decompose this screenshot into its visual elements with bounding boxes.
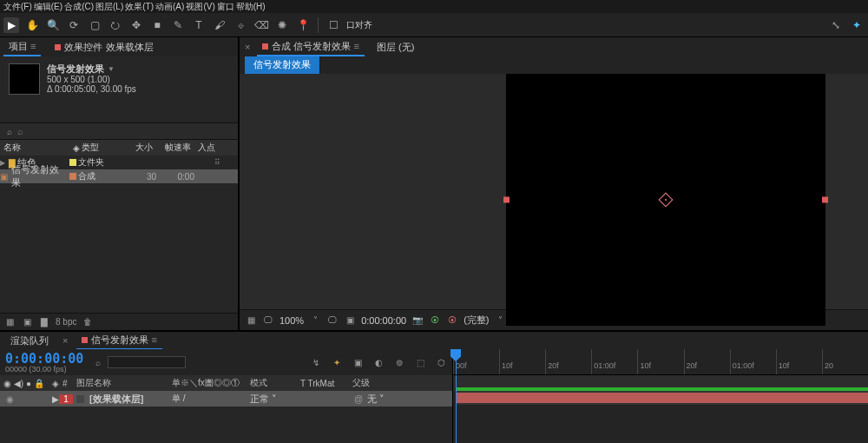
- layer-handle-right-icon[interactable]: [822, 197, 828, 203]
- layer-av[interactable]: 单 /: [168, 393, 247, 405]
- composition-viewer[interactable]: [240, 74, 868, 309]
- roto-tool-icon[interactable]: ✺: [274, 17, 290, 33]
- parent-col[interactable]: 父级: [349, 377, 401, 389]
- zoom-tool-icon[interactable]: 🔍: [45, 17, 61, 33]
- col-name[interactable]: 名称: [0, 142, 69, 154]
- viewer-quality[interactable]: (完整): [464, 314, 489, 327]
- search-help-icon[interactable]: ✦: [849, 17, 865, 33]
- new-folder-icon[interactable]: ▇: [38, 316, 50, 328]
- project-row-comp[interactable]: ▣ 信号发射效果 合成 30 0:00: [0, 169, 238, 183]
- hand-tool-icon[interactable]: ✋: [24, 17, 40, 33]
- roi-tool-icon[interactable]: ▢: [87, 17, 102, 33]
- anchor-tool-icon[interactable]: ✥: [128, 17, 144, 33]
- solo-icon[interactable]: [18, 393, 30, 405]
- project-search-input[interactable]: [16, 125, 234, 137]
- resolution-icon[interactable]: 🖵: [326, 314, 339, 327]
- snapshot-icon[interactable]: 📷: [411, 314, 424, 327]
- monitor-icon[interactable]: 🖵: [262, 314, 274, 327]
- frame-blend-icon[interactable]: ◐: [372, 356, 385, 368]
- tab-render-queue[interactable]: 渲染队列: [5, 333, 54, 349]
- project-bpc[interactable]: 8 bpc: [56, 317, 76, 327]
- mode-col[interactable]: 模式: [247, 377, 297, 389]
- expand-caret-icon[interactable]: ▶: [49, 394, 59, 404]
- menu-bar[interactable]: 文件(F) 编辑(E) 合成(C) 图层(L) 效果(T) 动画(A) 视图(V…: [0, 0, 868, 13]
- col-size[interactable]: 大小: [122, 142, 156, 154]
- mask-icon[interactable]: ⦿: [446, 314, 458, 327]
- grid-toggle-icon[interactable]: ▦: [245, 314, 257, 327]
- tab-timeline-comp[interactable]: 信号发射效果 ≡: [76, 332, 161, 350]
- eraser-tool-icon[interactable]: ⌫: [253, 17, 269, 33]
- rotate-tool-icon[interactable]: ⭮: [108, 17, 123, 33]
- lock-icon[interactable]: [33, 393, 45, 405]
- anchor-point-icon[interactable]: [661, 195, 671, 205]
- work-area-bar[interactable]: [457, 387, 868, 391]
- trash-icon[interactable]: 🗑: [82, 316, 94, 328]
- tab-layer-viewer[interactable]: 图层 (无): [372, 39, 419, 56]
- col-fps[interactable]: 帧速率: [156, 142, 194, 154]
- layer-bar[interactable]: [457, 393, 868, 403]
- graph-editor-icon[interactable]: ↯: [310, 356, 322, 368]
- layer-name[interactable]: [效果载体层]: [89, 393, 143, 406]
- eye-icon[interactable]: ◉: [3, 393, 16, 405]
- shy-icon[interactable]: ✦: [331, 356, 343, 368]
- col-in[interactable]: 入点: [194, 142, 220, 154]
- label-swatch-icon[interactable]: [69, 159, 76, 166]
- playhead-icon[interactable]: [456, 349, 457, 374]
- puppet-tool-icon[interactable]: 📍: [295, 17, 311, 33]
- new-comp-icon[interactable]: ▣: [21, 316, 33, 328]
- pen-tool-icon[interactable]: ✎: [170, 17, 186, 33]
- panel-menu-icon[interactable]: ≡: [354, 41, 359, 51]
- eye-col-icon[interactable]: ◉ ◀) ● 🔒: [0, 379, 49, 388]
- snap-checkbox[interactable]: ☐: [326, 17, 341, 33]
- tag-col-icon[interactable]: ◈: [69, 143, 78, 153]
- roi-icon[interactable]: ▣: [344, 314, 356, 327]
- viewer-subtab[interactable]: 信号发射效果: [245, 56, 320, 74]
- selection-tool-icon[interactable]: ▶: [3, 17, 19, 33]
- tab-comp-viewer[interactable]: 合成 信号发射效果 ≡: [257, 38, 365, 56]
- layername-col[interactable]: 图层名称: [73, 377, 168, 389]
- dropdown-caret-icon[interactable]: ˅: [272, 393, 277, 405]
- menu-file[interactable]: 文件(F): [3, 1, 32, 13]
- menu-comp[interactable]: 合成(C): [64, 1, 94, 13]
- track-area[interactable]: [453, 391, 868, 443]
- menu-edit[interactable]: 编辑(E): [34, 1, 62, 13]
- layout-icon[interactable]: ⤡: [828, 17, 844, 33]
- timeline-search-input[interactable]: [108, 356, 186, 368]
- tab-project[interactable]: 项目 ≡: [3, 38, 41, 56]
- shape-tool-icon[interactable]: ■: [149, 17, 165, 33]
- brush-tool-icon[interactable]: 🖌: [212, 17, 227, 33]
- orbit-tool-icon[interactable]: ⟳: [66, 17, 82, 33]
- timeline-layer-row[interactable]: ◉ ▶ 1 [效果载体层] 单 / 正常 ˅ @无 ˅: [0, 391, 452, 407]
- brainstorm-icon[interactable]: ⬚: [414, 356, 426, 368]
- quality-caret-icon[interactable]: ˅: [494, 314, 506, 327]
- menu-layer[interactable]: 图层(L): [95, 1, 123, 13]
- layer-track[interactable]: [457, 391, 868, 405]
- time-ruler[interactable]: 00f 10f 20f 01:00f 10f 20f 01:00f 10f 20: [453, 349, 868, 375]
- parent-select[interactable]: 无: [367, 393, 377, 406]
- menu-window[interactable]: 窗口: [217, 1, 234, 13]
- label-swatch-icon[interactable]: [69, 173, 76, 180]
- draft-icon[interactable]: ▣: [352, 356, 364, 368]
- zoom-caret-icon[interactable]: ˅: [309, 314, 321, 327]
- trkmat-col[interactable]: T TrkMat: [297, 379, 349, 388]
- viewer-time[interactable]: 0:00:00:00: [361, 315, 406, 326]
- label-col[interactable]: ◈: [49, 379, 59, 388]
- menu-effect[interactable]: 效果(T): [125, 1, 154, 13]
- channel-icon[interactable]: ⦿: [429, 314, 441, 327]
- pin-icon[interactable]: ×: [245, 42, 250, 52]
- dropdown-caret-icon[interactable]: ▼: [108, 65, 115, 73]
- mode-select[interactable]: 正常: [250, 393, 269, 406]
- tab-close-icon[interactable]: ×: [62, 335, 68, 346]
- layer-handle-left-icon[interactable]: [503, 197, 510, 203]
- motion-blur-icon[interactable]: ⊚: [393, 356, 405, 368]
- panel-menu-icon[interactable]: ≡: [30, 41, 36, 51]
- col-type[interactable]: 类型: [78, 142, 122, 154]
- menu-help[interactable]: 帮助(H): [236, 1, 266, 13]
- menu-anim[interactable]: 动画(A): [155, 1, 184, 13]
- zoom-level[interactable]: 100%: [279, 315, 304, 326]
- menu-view[interactable]: 视图(V): [186, 1, 214, 13]
- canvas[interactable]: [506, 74, 825, 326]
- autokeyframe-icon[interactable]: ⬡: [435, 356, 447, 368]
- dropdown-caret-icon[interactable]: ˅: [379, 393, 385, 405]
- tab-effect-controls[interactable]: 效果控件 效果载体层: [49, 39, 158, 56]
